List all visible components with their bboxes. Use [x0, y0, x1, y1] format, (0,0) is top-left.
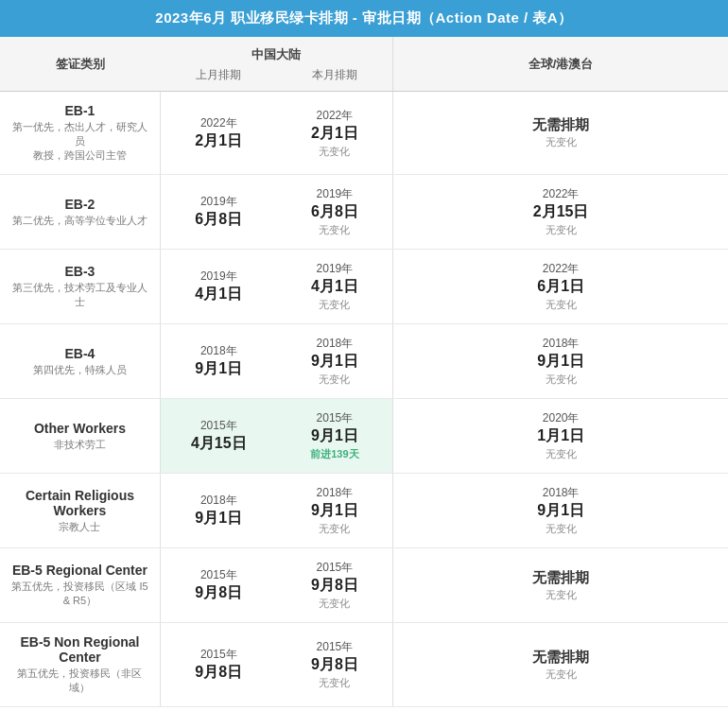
- global-main: 9月1日: [399, 352, 722, 372]
- global-year: 2018年: [399, 336, 722, 352]
- prev-date: 4月15日: [166, 434, 271, 454]
- header-title: 2023年6月 职业移民绿卡排期 - 审批日期（Action Date / 表A…: [155, 9, 572, 26]
- visa-cell: EB-2第二优先，高等学位专业人才: [0, 175, 160, 250]
- global-note: 无变化: [399, 135, 722, 149]
- curr-date: 2月1日: [283, 124, 388, 144]
- china-prev-header: 上月排期: [160, 65, 276, 92]
- global-note: 无变化: [399, 373, 722, 387]
- prev-date: 9月1日: [166, 509, 271, 529]
- curr-note: 前进139天: [283, 447, 388, 461]
- curr-year: 2018年: [283, 336, 388, 352]
- curr-date: 9月8日: [283, 655, 388, 675]
- china-curr-cell: 2018年9月1日无变化: [277, 474, 393, 548]
- prev-year: 2018年: [166, 343, 271, 359]
- china-prev-cell: 2015年9月8日: [160, 623, 276, 707]
- china-curr-cell: 2015年9月8日无变化: [277, 623, 393, 707]
- global-main: 无需排期: [532, 649, 589, 665]
- visa-cell: EB-1第一优先，杰出人才，研究人员 教授，跨国公司主管: [0, 92, 160, 175]
- china-prev-cell: 2022年2月1日: [160, 92, 276, 175]
- china-curr-cell: 2022年2月1日无变化: [277, 92, 393, 175]
- global-cell: 2022年2月15日无变化: [393, 175, 728, 250]
- global-main: 无需排期: [532, 116, 589, 132]
- curr-note: 无变化: [283, 298, 388, 312]
- curr-note: 无变化: [283, 522, 388, 536]
- visa-cell: EB-5 Non Regional Center第五优先，投资移民（非区域）: [0, 623, 160, 707]
- page-header: 2023年6月 职业移民绿卡排期 - 审批日期（Action Date / 表A…: [0, 0, 728, 37]
- global-main: 9月1日: [399, 501, 722, 521]
- table-row: Certain Religious Workers宗教人士2018年9月1日20…: [0, 474, 728, 548]
- global-note: 无变化: [399, 667, 722, 682]
- main-table: 签证类别 中国大陆 全球/港澳台 上月排期 本月排期 EB-1第一优先，杰出人才…: [0, 37, 728, 707]
- table-row: Other Workers非技术劳工2015年4月15日2015年9月1日前进1…: [0, 399, 728, 474]
- china-curr-header: 本月排期: [277, 65, 393, 92]
- global-cell: 无需排期无变化: [393, 623, 728, 707]
- china-prev-cell: 2015年4月15日: [160, 399, 276, 474]
- curr-date: 9月1日: [283, 501, 388, 521]
- prev-date: 9月8日: [166, 663, 271, 683]
- header-row-top: 签证类别 中国大陆 全球/港澳台: [0, 37, 728, 65]
- china-prev-cell: 2019年4月1日: [160, 250, 276, 324]
- china-prev-cell: 2019年6月8日: [160, 175, 276, 250]
- global-note: 无变化: [399, 298, 722, 312]
- china-curr-cell: 2015年9月8日无变化: [277, 548, 393, 623]
- curr-date: 9月1日: [283, 426, 388, 446]
- visa-desc: 第三优先，技术劳工及专业人士: [9, 281, 150, 309]
- visa-desc: 宗教人士: [9, 520, 150, 534]
- prev-year: 2015年: [166, 647, 271, 663]
- global-note: 无变化: [399, 223, 722, 237]
- prev-year: 2022年: [166, 115, 271, 131]
- visa-desc: 第五优先，投资移民（非区域）: [9, 667, 150, 695]
- global-year: 2022年: [399, 261, 722, 277]
- china-header: 中国大陆: [160, 37, 392, 65]
- prev-date: 9月8日: [166, 583, 271, 603]
- table-row: EB-5 Regional Center第五优先，投资移民（区域 I5 & R5…: [0, 548, 728, 623]
- visa-code: EB-1: [9, 103, 150, 118]
- china-prev-cell: 2018年9月1日: [160, 474, 276, 548]
- table-row: EB-5 Non Regional Center第五优先，投资移民（非区域）20…: [0, 623, 728, 707]
- page-wrapper: 2023年6月 职业移民绿卡排期 - 审批日期（Action Date / 表A…: [0, 0, 728, 707]
- curr-year: 2019年: [283, 186, 388, 202]
- global-main: 6月1日: [399, 277, 722, 297]
- visa-cell: EB-5 Regional Center第五优先，投资移民（区域 I5 & R5…: [0, 548, 160, 623]
- table-row: EB-4第四优先，特殊人员2018年9月1日2018年9月1日无变化2018年9…: [0, 324, 728, 399]
- curr-year: 2015年: [283, 639, 388, 655]
- curr-date: 6月8日: [283, 202, 388, 222]
- global-note: 无变化: [399, 522, 722, 536]
- curr-note: 无变化: [283, 145, 388, 159]
- prev-date: 2月1日: [166, 131, 271, 151]
- global-cell: 无需排期无变化: [393, 548, 728, 623]
- china-curr-cell: 2019年4月1日无变化: [277, 250, 393, 324]
- curr-year: 2015年: [283, 410, 388, 426]
- visa-code: EB-5 Non Regional Center: [9, 634, 150, 665]
- curr-year: 2015年: [283, 560, 388, 576]
- table-row: EB-1第一优先，杰出人才，研究人员 教授，跨国公司主管2022年2月1日202…: [0, 92, 728, 175]
- curr-note: 无变化: [283, 373, 388, 387]
- global-main: 无需排期: [532, 569, 589, 585]
- table-row: EB-2第二优先，高等学位专业人才2019年6月8日2019年6月8日无变化20…: [0, 175, 728, 250]
- visa-desc: 第四优先，特殊人员: [9, 363, 150, 377]
- global-note: 无变化: [399, 447, 722, 461]
- visa-desc: 第五优先，投资移民（区域 I5 & R5）: [9, 580, 150, 608]
- global-header: 全球/港澳台: [393, 37, 728, 92]
- visa-desc: 第一优先，杰出人才，研究人员 教授，跨国公司主管: [9, 120, 150, 163]
- visa-code: EB-2: [9, 197, 150, 212]
- visa-cell: Certain Religious Workers宗教人士: [0, 474, 160, 548]
- global-cell: 2018年9月1日无变化: [393, 324, 728, 399]
- prev-year: 2019年: [166, 269, 271, 285]
- curr-date: 4月1日: [283, 277, 388, 297]
- global-year: 2022年: [399, 186, 722, 202]
- prev-date: 4月1日: [166, 285, 271, 304]
- global-cell: 2020年1月1日无变化: [393, 399, 728, 474]
- global-year: 2020年: [399, 410, 722, 426]
- china-curr-cell: 2019年6月8日无变化: [277, 175, 393, 250]
- prev-date: 9月1日: [166, 359, 271, 379]
- curr-year: 2019年: [283, 261, 388, 277]
- visa-cell: EB-3第三优先，技术劳工及专业人士: [0, 250, 160, 324]
- visa-code: EB-3: [9, 264, 150, 279]
- global-main: 2月15日: [399, 202, 722, 222]
- visa-cell: Other Workers非技术劳工: [0, 399, 160, 474]
- china-curr-cell: 2015年9月1日前进139天: [277, 399, 393, 474]
- visa-code: Other Workers: [9, 421, 150, 436]
- prev-year: 2015年: [166, 418, 271, 434]
- curr-note: 无变化: [283, 597, 388, 611]
